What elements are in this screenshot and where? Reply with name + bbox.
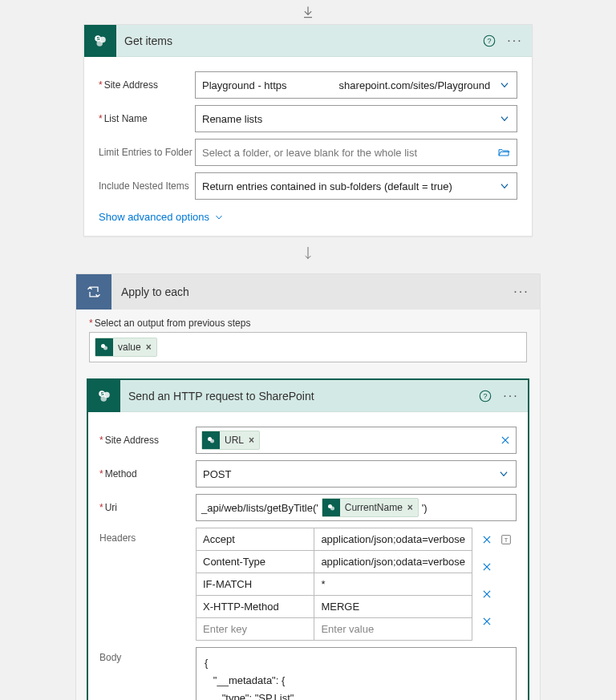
svg-text:S: S [97,36,100,41]
card-title: Apply to each [121,285,513,298]
dynamic-token-currentname[interactable]: CurrentName × [322,498,419,517]
sharepoint-icon [95,338,113,356]
method-label: Method [99,468,196,479]
limit-entries-label: Limit Entries to Folder [99,147,195,158]
text-mode-icon[interactable]: T [498,532,514,548]
loop-icon [76,274,111,310]
clear-icon[interactable] [500,435,511,446]
delete-row-icon[interactable] [479,555,495,579]
chevron-down-icon[interactable] [499,79,510,91]
header-row[interactable]: X-HTTP-MethodMERGE [197,596,472,618]
list-name-label: List Name [99,113,195,124]
svg-point-10 [101,395,107,402]
include-nested-field[interactable]: Return entries contained in sub-folders … [195,172,517,200]
site-address-field[interactable]: Playground - https ________ sharepoint.c… [195,71,517,99]
header-row-new[interactable]: Enter keyEnter value [197,618,472,641]
delete-row-icon[interactable] [479,582,495,606]
svg-point-17 [330,507,334,511]
sharepoint-icon [322,499,340,516]
sharepoint-icon: S [84,25,116,57]
help-icon[interactable]: ? [476,387,494,405]
svg-point-2 [97,40,103,47]
more-icon[interactable]: ··· [506,32,524,50]
more-icon[interactable]: ··· [502,387,520,405]
dynamic-token-url[interactable]: URL × [201,431,260,450]
svg-point-15 [210,439,214,443]
card-title: Send an HTTP request to SharePoint [128,390,476,403]
delete-row-icon[interactable] [479,528,495,552]
header-row[interactable]: Acceptapplication/json;odata=verbose [197,528,472,551]
action-card-http-sharepoint: S Send an HTTP request to SharePoint ? ·… [87,378,529,700]
limit-entries-field[interactable]: Select a folder, or leave blank for the … [195,139,517,166]
sharepoint-icon [202,431,220,449]
select-output-field[interactable]: value × [89,332,527,362]
sharepoint-icon: S [88,380,120,412]
headers-label: Headers [99,528,196,544]
folder-open-icon[interactable] [497,146,510,159]
select-output-label: *Select an output from previous steps [89,318,527,329]
flow-arrow-mid [0,237,616,273]
flow-arrow-top [0,0,616,24]
show-advanced-link[interactable]: Show advanced options [99,211,224,223]
dynamic-token-value[interactable]: value × [95,338,157,357]
header-row[interactable]: IF-MATCH* [197,573,472,596]
action-card-get-items: S Get items ? ··· Site Address Playgroun… [83,24,533,237]
chevron-down-icon[interactable] [498,468,509,479]
svg-text:?: ? [483,392,487,400]
uri-field[interactable]: _api/web/lists/getByTitle(' CurrentName … [196,494,517,521]
token-remove-icon[interactable]: × [146,342,152,353]
chevron-down-icon[interactable] [499,113,510,124]
include-nested-label: Include Nested Items [99,180,195,192]
action-card-apply-each: Apply to each ··· *Select an output from… [75,273,541,700]
body-field[interactable]: { "__metadata": { "type": "SP.List" }, "… [196,647,517,700]
svg-text:T: T [505,536,509,544]
list-name-field[interactable]: Rename lists [195,105,517,132]
delete-row-icon[interactable] [479,609,495,633]
more-icon[interactable]: ··· [513,283,530,301]
method-field[interactable]: POST [196,460,517,488]
body-label: Body [99,647,196,663]
site-address-label: Site Address [99,79,195,91]
site-address-field[interactable]: URL × [196,427,517,454]
site-address-label: Site Address [99,435,196,446]
svg-text:S: S [101,391,104,396]
svg-point-7 [103,346,107,350]
help-icon[interactable]: ? [480,32,498,50]
card-title: Get items [124,34,480,47]
headers-table: Acceptapplication/json;odata=verbose Con… [196,528,472,641]
header-row[interactable]: Content-Typeapplication/json;odata=verbo… [197,551,472,573]
token-remove-icon[interactable]: × [407,502,413,513]
token-remove-icon[interactable]: × [249,435,254,446]
chevron-down-icon[interactable] [499,180,510,192]
uri-label: Uri [99,502,196,513]
svg-text:?: ? [487,37,491,45]
